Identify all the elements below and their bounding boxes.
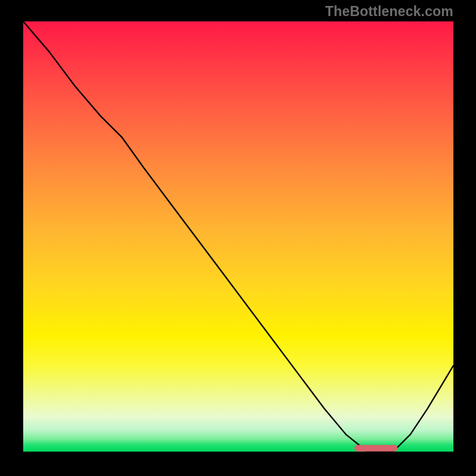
chart-frame: TheBottleneck.com <box>0 0 476 476</box>
chart-overlay <box>23 21 453 452</box>
optimal-range-marker <box>355 445 397 452</box>
bottleneck-curve-path <box>23 21 453 452</box>
watermark-text: TheBottleneck.com <box>325 4 453 20</box>
